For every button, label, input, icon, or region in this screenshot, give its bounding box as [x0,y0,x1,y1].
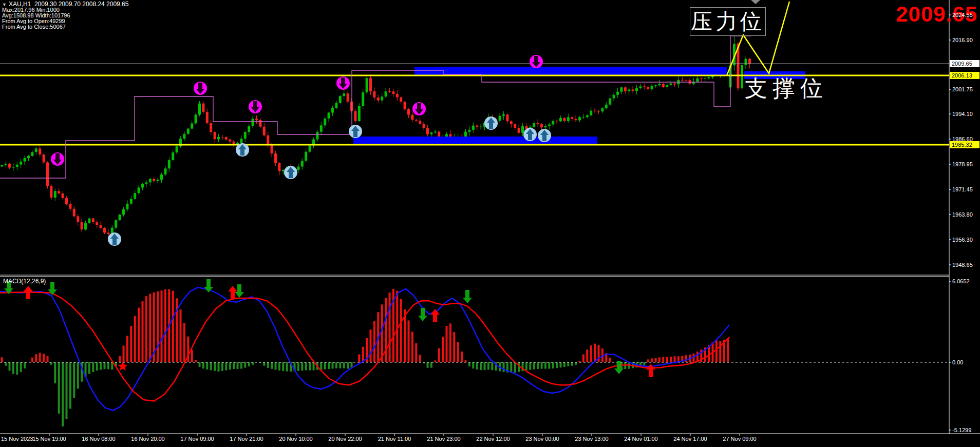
buy-signal-icon[interactable] [349,125,362,138]
price-tick-label: 1978.95 [952,161,973,167]
stat-avg-close: From Avg to Close:50067 [2,24,66,30]
macd-tick-label: 6.0652 [952,278,970,284]
time-tick-label: 17 Nov 09:00 [180,436,214,442]
macd-tick-label: -5.1299 [952,427,971,433]
macd-line [0,287,729,411]
time-tick-label: 22 Nov 12:00 [476,436,510,442]
time-tick-label: 17 Nov 21:00 [230,436,263,442]
price-level-badge: 1985.32 [950,141,979,148]
time-tick-label: 24 Nov 17:00 [673,436,707,442]
macd-buy-arrow-icon [430,309,440,322]
sell-signal-icon[interactable] [336,76,350,90]
time-tick-label: 27 Nov 09:00 [723,436,756,442]
buy-signal-icon[interactable] [538,129,551,142]
object-anchor-icon[interactable] [751,0,760,4]
price-level-badge: 2006.13 [950,72,979,79]
time-tick-label: 21 Nov 11:00 [378,436,411,442]
price-panel[interactable] [0,2,949,246]
price-tick-label: 1994.10 [952,111,973,117]
sell-signal-icon[interactable] [194,82,207,95]
macd-sell-arrow-icon [418,308,427,321]
sr-zone[interactable] [414,67,727,75]
macd-star-icon [118,361,127,371]
chart-canvas[interactable] [0,0,980,447]
sell-signal-icon[interactable] [249,100,262,113]
buy-signal-icon[interactable] [484,116,498,130]
time-tick-label: 24 Nov 01:00 [624,436,657,442]
time-tick-label: 15 Nov 19:00 [32,436,66,442]
time-tick-label: 20 Nov 10:00 [279,436,312,442]
time-tick-label: 16 Nov 08:00 [82,436,115,442]
trail-step-line[interactable] [0,36,751,178]
buy-signal-icon[interactable] [236,143,249,157]
support-annotation[interactable]: 支撑位 [745,73,828,104]
macd-sell-arrow-icon [463,290,472,303]
macd-panel[interactable] [0,279,949,426]
price-tick-label: 2024.55 [952,12,973,18]
macd-tick-label: 0.00 [952,359,963,365]
time-tick-label: 15 Nov 2023 [1,436,33,442]
buy-signal-icon[interactable] [284,166,297,179]
price-tick-label: 2001.75 [952,86,973,92]
resistance-annotation[interactable]: 压力位 [690,7,766,36]
trading-chart-window: ▼XAU,H1 2009.30 2009.70 2008.24 2009.65 … [0,0,980,447]
sell-signal-icon[interactable] [51,152,64,166]
price-tick-label: 1956.30 [952,237,973,243]
time-tick-label: 23 Nov 00:00 [525,436,559,442]
buy-signal-icon[interactable] [108,232,121,246]
price-tick-label: 2016.90 [952,37,973,43]
price-tick-label: 1948.65 [952,262,973,268]
time-tick-label: 20 Nov 22:00 [328,436,362,442]
sr-zone[interactable] [353,137,597,144]
sell-signal-icon[interactable] [412,102,426,115]
macd-indicator-label: MACD(12,26,9) [3,278,46,285]
price-tick-label: 1971.45 [952,186,973,192]
price-level-badge: 2009.65 [950,60,979,67]
sell-signal-icon[interactable] [530,55,543,68]
buy-signal-icon[interactable] [523,128,537,141]
macd-signal-line [0,292,729,401]
price-tick-label: 1963.80 [952,211,973,218]
time-tick-label: 16 Nov 20:00 [131,436,164,442]
time-tick-label: 23 Nov 13:00 [575,436,608,442]
time-tick-label: 21 Nov 23:00 [427,436,460,442]
